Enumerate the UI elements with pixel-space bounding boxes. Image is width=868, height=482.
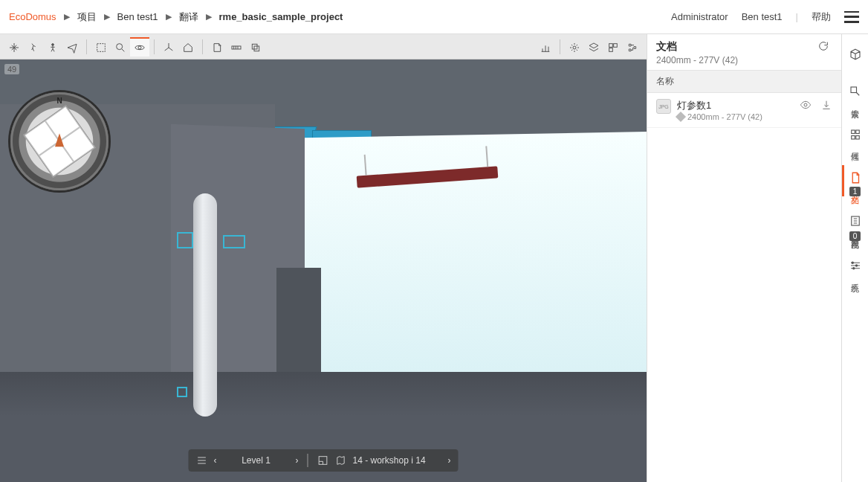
rail-documents-button[interactable]: 文档 1	[842, 165, 868, 196]
level-prev-button[interactable]: ‹	[214, 455, 217, 466]
rail-button-label: 属性	[849, 146, 861, 147]
svg-rect-15	[855, 130, 859, 134]
svg-rect-13	[851, 87, 857, 93]
pan-tool-button[interactable]	[4, 37, 24, 57]
zoom-tool-button[interactable]	[111, 37, 130, 57]
document-visibility-icon[interactable]	[800, 99, 812, 114]
rail-properties-button[interactable]: 属性	[842, 122, 868, 153]
views-icon[interactable]	[603, 37, 623, 57]
documents-subtitle: 2400mm - 277V (42)	[656, 55, 817, 65]
map-icon[interactable]	[335, 454, 347, 466]
note-button[interactable]	[207, 37, 227, 57]
rail-systems-button[interactable]: 系统	[842, 253, 868, 284]
rail-assetview-button[interactable]: 资产视图 0	[842, 208, 868, 241]
room-next-button[interactable]: ›	[448, 455, 451, 466]
svg-rect-4	[232, 46, 241, 49]
compass-needle	[55, 133, 64, 147]
topbar: EcoDomus ▶ 项目 ▶ Ben test1 ▶ 翻译 ▶ rme_bas…	[0, 0, 868, 34]
svg-rect-14	[851, 130, 855, 134]
settings-icon[interactable]	[565, 37, 584, 57]
model-tree-icon[interactable]	[623, 37, 642, 57]
help-link[interactable]: 帮助	[812, 10, 831, 24]
level-room-bar: ‹ Level 1 › 14 - workshop i 14 ›	[189, 449, 459, 472]
breadcrumb-sep: ▶	[104, 12, 110, 22]
scene-outline	[177, 387, 187, 397]
cube-icon	[676, 112, 686, 122]
level-icon	[196, 454, 208, 466]
breadcrumb-item-2[interactable]: 翻译	[179, 10, 198, 24]
breadcrumb-brand[interactable]: EcoDomus	[9, 11, 56, 22]
svg-point-7	[573, 46, 576, 49]
object-count-badge: 49	[4, 64, 19, 74]
home-view-button[interactable]	[178, 37, 198, 57]
rail-badge: 0	[849, 231, 861, 241]
scene-outline	[177, 232, 193, 248]
layers-icon[interactable]	[584, 37, 603, 57]
svg-rect-10	[609, 48, 613, 51]
room-name[interactable]: 14 - workshop i 14	[353, 455, 442, 466]
scene-outline	[223, 235, 245, 248]
svg-rect-17	[855, 136, 859, 140]
chart-button[interactable]	[536, 37, 555, 57]
user-role-link[interactable]: Administrator	[671, 11, 728, 22]
navigation-compass[interactable]: N	[10, 92, 108, 190]
document-row[interactable]: JPG 灯参数1 2400mm - 277V (42)	[647, 93, 841, 128]
project-link[interactable]: Ben test1	[742, 11, 783, 22]
rail-cube-button[interactable]	[842, 42, 868, 67]
orbit-tool-button[interactable]	[130, 37, 149, 57]
document-name: 灯参数1	[677, 99, 794, 112]
svg-point-20	[855, 265, 857, 266]
documents-title: 文档	[656, 40, 817, 54]
viewer-viewport[interactable]: 49 N ‹ Level 1 ›	[0, 60, 647, 482]
svg-rect-8	[609, 43, 613, 47]
rail-button-label: 系统	[849, 277, 861, 278]
svg-point-3	[138, 46, 141, 49]
breadcrumb-item-1[interactable]: Ben test1	[117, 11, 158, 22]
document-sub: 2400mm - 277V (42)	[677, 112, 794, 121]
axes-button[interactable]	[159, 37, 178, 57]
plan-icon[interactable]	[317, 454, 329, 466]
breadcrumb-sep: ▶	[64, 12, 70, 22]
select-tool-button[interactable]	[91, 37, 111, 57]
documents-list: JPG 灯参数1 2400mm - 277V (42)	[647, 93, 841, 482]
rail-search-button[interactable]: 搜索	[842, 79, 868, 110]
top-right: Administrator Ben test1 | 帮助	[671, 10, 859, 24]
compass-north-label: N	[56, 97, 62, 105]
measure-button[interactable]	[227, 37, 246, 57]
scene-door	[276, 268, 321, 378]
walk-tool-button[interactable]	[24, 37, 43, 57]
fly-tool-button[interactable]	[62, 37, 82, 57]
svg-point-0	[52, 43, 54, 45]
svg-point-12	[804, 103, 807, 106]
menu-icon[interactable]	[844, 11, 859, 23]
right-rail: 搜索 属性 文档 1 资产视图 0 系统	[841, 34, 868, 482]
document-download-icon[interactable]	[820, 99, 832, 114]
documents-panel: 文档 2400mm - 277V (42) 名称 JPG 灯参数1 2400mm…	[647, 34, 841, 482]
svg-rect-16	[851, 136, 855, 140]
breadcrumb-item-0[interactable]: 项目	[77, 10, 97, 24]
scene-column	[193, 193, 217, 417]
svg-point-2	[117, 43, 123, 49]
viewer-toolbar	[0, 34, 647, 60]
rail-button-label: 搜索	[849, 103, 861, 104]
svg-rect-6	[254, 46, 259, 51]
duplicate-button[interactable]	[246, 37, 265, 57]
breadcrumb-sep: ▶	[166, 12, 172, 22]
refresh-icon[interactable]	[817, 40, 832, 55]
document-thumb: JPG	[656, 99, 671, 114]
level-name[interactable]: Level 1	[223, 455, 290, 466]
level-next-button[interactable]: ›	[296, 455, 299, 466]
svg-rect-1	[97, 43, 106, 51]
svg-rect-9	[614, 43, 618, 47]
rail-badge: 1	[849, 187, 861, 196]
breadcrumb-current: rme_basic_sample_project	[219, 11, 343, 22]
svg-point-21	[852, 268, 854, 269]
documents-column-header: 名称	[647, 70, 841, 93]
svg-rect-5	[252, 44, 257, 49]
first-person-button[interactable]	[43, 37, 62, 57]
breadcrumb-sep: ▶	[206, 12, 212, 22]
svg-point-19	[852, 262, 853, 263]
